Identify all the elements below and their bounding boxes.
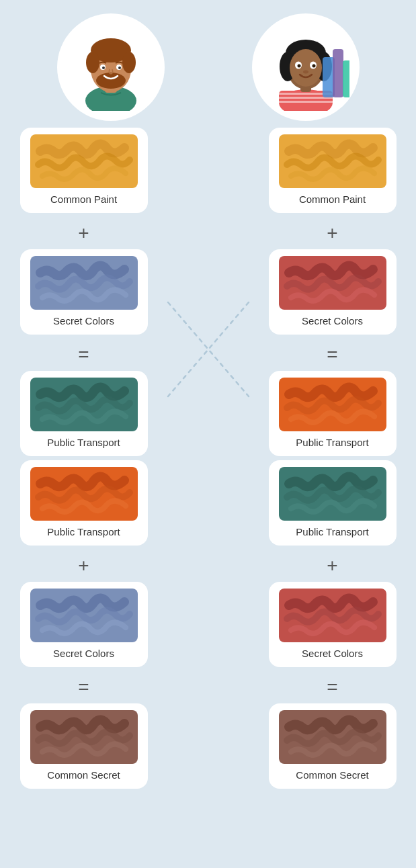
left-op-2: = bbox=[78, 344, 89, 365]
left-op-4: = bbox=[78, 677, 89, 698]
right-card-4: Common Secret bbox=[269, 703, 397, 789]
right-op-2: = bbox=[327, 344, 337, 365]
right-result-label-2: Public Transport bbox=[296, 526, 368, 537]
woman-avatar-circle bbox=[252, 13, 360, 121]
columns-row: Common Paint + Secret Colors = bbox=[13, 128, 403, 793]
left-label-2: Secret Colors bbox=[53, 315, 114, 327]
right-label-3: Secret Colors bbox=[302, 648, 363, 659]
svg-point-9 bbox=[102, 67, 105, 69]
left-label-4: Common Secret bbox=[47, 769, 120, 781]
left-label-1: Common Paint bbox=[50, 193, 117, 205]
left-result-swatch-2 bbox=[30, 467, 138, 521]
left-card-2: Secret Colors bbox=[20, 249, 148, 335]
svg-point-26 bbox=[303, 71, 308, 74]
right-op-4: = bbox=[327, 677, 337, 698]
left-result-1: Public Transport bbox=[20, 371, 148, 456]
man-avatar-circle bbox=[57, 13, 165, 121]
cross-dots-svg bbox=[155, 289, 262, 410]
svg-rect-28 bbox=[333, 49, 343, 97]
left-swatch-4 bbox=[30, 710, 138, 764]
right-result-2: Public Transport bbox=[269, 460, 397, 546]
left-result-label-1: Public Transport bbox=[47, 437, 120, 448]
left-result-label-2: Public Transport bbox=[47, 526, 120, 537]
right-card-3: Secret Colors bbox=[269, 582, 397, 667]
man-avatar-svg bbox=[67, 24, 155, 111]
right-result-swatch-2 bbox=[279, 467, 386, 521]
right-label-1: Common Paint bbox=[299, 193, 366, 205]
right-result-swatch-1 bbox=[279, 378, 386, 431]
right-op-3: + bbox=[327, 555, 337, 576]
svg-point-25 bbox=[312, 64, 315, 68]
right-card-1: Common Paint bbox=[269, 128, 397, 213]
left-swatch-2 bbox=[30, 256, 138, 310]
svg-point-24 bbox=[297, 64, 300, 68]
left-swatch-3 bbox=[30, 589, 138, 642]
right-result-1: Public Transport bbox=[269, 371, 397, 456]
right-swatch-4 bbox=[279, 710, 386, 764]
avatar-row bbox=[13, 13, 403, 121]
left-card-3: Secret Colors bbox=[20, 582, 148, 667]
right-label-2: Secret Colors bbox=[302, 315, 363, 327]
right-card-2: Secret Colors bbox=[269, 249, 397, 335]
left-swatch-1 bbox=[30, 134, 138, 188]
right-column: Common Paint + Secret Colors = bbox=[262, 128, 403, 793]
svg-point-10 bbox=[118, 67, 121, 69]
left-op-1: + bbox=[78, 222, 89, 244]
svg-point-21 bbox=[290, 49, 322, 87]
main-container: Common Paint + Secret Colors = bbox=[13, 13, 403, 855]
left-result-2: Public Transport bbox=[20, 460, 148, 546]
left-card-4: Common Secret bbox=[20, 703, 148, 789]
right-label-4: Common Secret bbox=[296, 769, 368, 781]
right-result-label-1: Public Transport bbox=[296, 437, 368, 448]
cross-dots-wrapper bbox=[155, 128, 262, 571]
left-op-3: + bbox=[78, 555, 89, 576]
right-swatch-1 bbox=[279, 134, 386, 188]
right-swatch-3 bbox=[279, 589, 386, 642]
right-op-1: + bbox=[327, 222, 337, 244]
svg-rect-15 bbox=[279, 101, 333, 103]
svg-point-4 bbox=[86, 52, 99, 73]
svg-rect-29 bbox=[343, 60, 349, 97]
left-card-1: Common Paint bbox=[20, 128, 148, 213]
woman-avatar-svg bbox=[262, 24, 349, 111]
center-area bbox=[155, 128, 262, 571]
svg-point-5 bbox=[122, 52, 136, 73]
left-result-swatch-1 bbox=[30, 378, 138, 431]
left-label-3: Secret Colors bbox=[53, 648, 114, 659]
left-column: Common Paint + Secret Colors = bbox=[13, 128, 155, 793]
svg-point-6 bbox=[96, 73, 126, 89]
right-swatch-2 bbox=[279, 256, 386, 310]
